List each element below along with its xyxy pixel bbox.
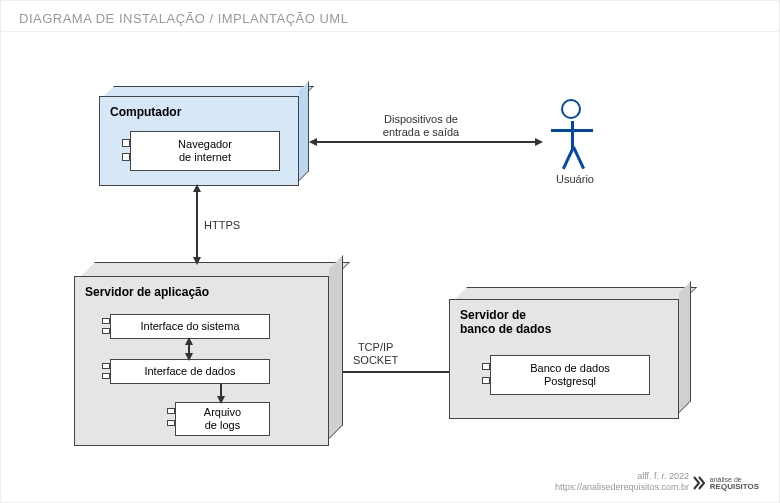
actor-user-label: Usuário [551,173,599,186]
component-system-interface: Interface do sistema [110,314,270,339]
page-title: DIAGRAMA DE INSTALAÇÃO / IMPLANTAÇÃO UML [19,11,348,26]
component-database: Banco de dados Postgresql [490,355,650,395]
footer-credits: alff. f. r. 2022 https://analisederequis… [555,471,689,494]
footer-brand-bottom: REQUISITOS [710,483,759,491]
label-io-devices: Dispositivos de entrada e saída [366,113,476,139]
line-https [196,186,198,263]
arrow-to-user [535,138,543,146]
node-app-server-title: Servidor de aplicação [75,277,328,305]
footer-author: alff. f. r. 2022 [555,471,689,483]
component-browser: Navegador de internet [130,131,280,171]
footer-url: https://analisederequisitos.com.br [555,482,689,494]
node-computer-title: Computador [100,97,298,125]
footer-brand-logo: análise de REQUISITOS [692,474,759,492]
title-underline [1,31,779,32]
label-https: HTTPS [204,219,240,232]
arrow-https-down [193,257,201,265]
component-data-interface: Interface de dados [110,359,270,384]
actor-head-icon [561,99,581,119]
brand-glyph-icon [692,474,706,492]
label-tcpip: TCP/IP SOCKET [353,341,398,367]
arrow-https-up [193,184,201,192]
arrow-to-computer [309,138,317,146]
line-computer-user [311,141,541,143]
node-db-server-title: Servidor de banco de dados [450,300,678,342]
line-tcpip [343,371,449,373]
component-logs: Arquivo de logs [175,402,270,436]
